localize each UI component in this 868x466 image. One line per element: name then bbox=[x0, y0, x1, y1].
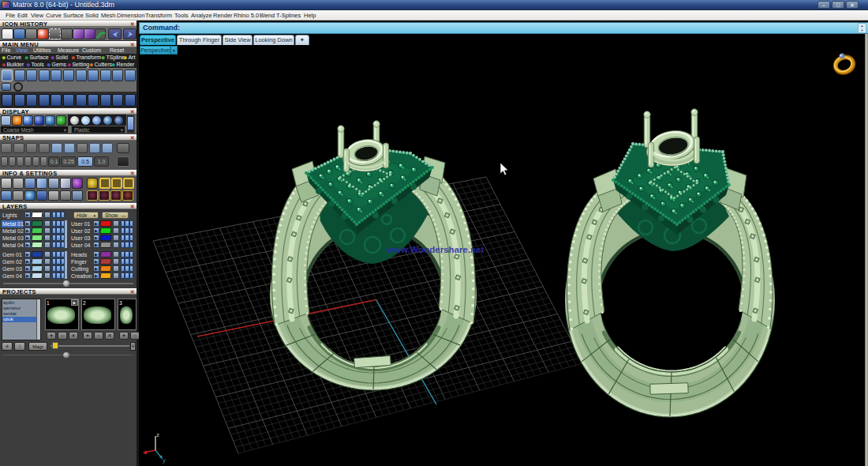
svg-text:y: y bbox=[163, 457, 166, 464]
svg-text:www.Wondershare.net: www.Wondershare.net bbox=[386, 245, 484, 254]
svg-text:z: z bbox=[156, 431, 159, 438]
